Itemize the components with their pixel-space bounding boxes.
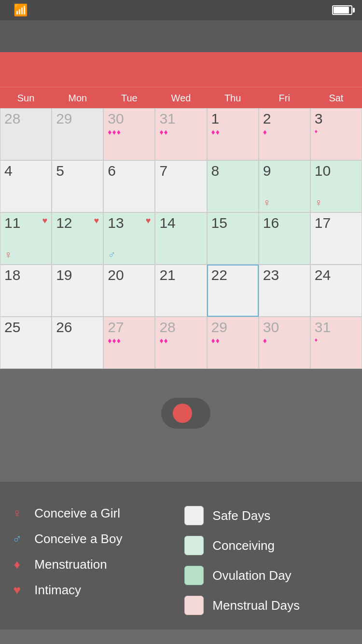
calendar-cell[interactable]: 28 — [0, 108, 52, 160]
conceiving-color-box — [184, 536, 204, 555]
heart-icon: ♥ — [146, 216, 151, 225]
legend-cell-item: Ovulation Day — [184, 566, 353, 585]
calendar-cell[interactable]: 8 — [207, 160, 259, 212]
cell-number: 30 — [108, 112, 151, 126]
cell-number: 29 — [211, 320, 254, 335]
baby-toggle-area[interactable] — [152, 398, 210, 429]
calendar-cell[interactable]: 10♀ — [310, 160, 362, 212]
calendar-cell[interactable]: 19 — [52, 265, 103, 317]
calendar-cell[interactable]: 30♦♦♦ — [103, 108, 155, 160]
calendar-cell[interactable]: 14 — [155, 212, 207, 265]
legend-cell-label: Ovulation Day — [212, 568, 291, 583]
drop-icon: ♦ — [263, 128, 267, 137]
calendar-cell[interactable]: 25 — [0, 317, 52, 369]
cell-number: 6 — [108, 164, 151, 178]
cell-drop-icons: ♦ — [315, 336, 358, 343]
calendar-cell[interactable]: 23 — [259, 265, 310, 317]
female-legend-icon: ♀ — [8, 506, 26, 521]
legend-icon-item: ♦Menstruation — [8, 557, 177, 572]
calendar-cell[interactable]: 16 — [259, 212, 310, 265]
legend-icon-label: Conceive a Girl — [34, 506, 120, 521]
cell-number: 11 — [4, 216, 47, 230]
drop-icon: ♦ — [315, 128, 318, 135]
calendar-cell[interactable]: 28♦♦ — [155, 317, 207, 369]
cell-drop-icons: ♦♦ — [159, 128, 202, 137]
calendar-cell[interactable]: 18 — [0, 265, 52, 317]
calendar-cell[interactable]: 29♦♦ — [207, 317, 259, 369]
cell-number: 16 — [263, 216, 306, 230]
calendar-cell[interactable]: 11♥♀ — [0, 212, 52, 265]
calendar-cell[interactable]: 4 — [0, 160, 52, 212]
cell-number: 22 — [211, 268, 254, 282]
drop-icon: ♦ — [117, 336, 121, 345]
female-icon: ♀ — [263, 196, 271, 209]
cell-drop-icons: ♦ — [315, 128, 358, 135]
calendar-cell[interactable]: 1♦♦ — [207, 108, 259, 160]
calendar-cell[interactable]: 2♦ — [259, 108, 310, 160]
cell-number: 13 — [108, 216, 151, 230]
drop-icon: ♦ — [159, 336, 163, 345]
drop-icon: ♦ — [211, 336, 215, 345]
cell-number: 19 — [56, 268, 99, 282]
cell-number: 15 — [211, 216, 254, 230]
calendar-cell[interactable]: 30♦ — [259, 317, 310, 369]
cell-number: 10 — [315, 164, 358, 178]
calendar-cell[interactable]: 31♦♦ — [155, 108, 207, 160]
cell-drop-icons: ♦♦♦ — [108, 128, 151, 137]
menstrual-color-box — [184, 596, 204, 615]
cell-drop-icons: ♦♦ — [159, 336, 202, 345]
cell-heart-row: ♥ — [94, 216, 99, 226]
drop-icon: ♦ — [108, 128, 111, 137]
calendar-cell[interactable]: 21 — [155, 265, 207, 317]
calendar-cell[interactable]: 6 — [103, 160, 155, 212]
wifi-icon: 📶 — [14, 3, 28, 17]
drop-icon: ♦ — [112, 128, 116, 137]
heart-icon: ♥ — [94, 216, 99, 225]
cell-number: 4 — [4, 164, 47, 178]
calendar-cell[interactable]: 17 — [310, 212, 362, 265]
status-bar: 📶 — [0, 0, 362, 20]
cell-number: 28 — [159, 320, 202, 335]
legend-cell-item: Menstrual Days — [184, 596, 353, 615]
baby-toggle-pill[interactable] — [161, 398, 210, 429]
calendar-cell[interactable]: 9♀ — [259, 160, 310, 212]
cell-number: 5 — [56, 164, 99, 178]
calendar-cell[interactable]: 24 — [310, 265, 362, 317]
calendar-grid: 282930♦♦♦31♦♦1♦♦2♦3♦456789♀10♀11♥♀12♥13♥… — [0, 108, 362, 369]
calendar-cell[interactable]: 20 — [103, 265, 155, 317]
heart-icon: ♥ — [42, 216, 47, 225]
cell-number: 18 — [4, 268, 47, 282]
calendar-header — [0, 52, 362, 87]
calendar-cell[interactable]: 31♦ — [310, 317, 362, 369]
cell-drop-icons: ♦ — [263, 336, 306, 345]
legend-cell-item: Safe Days — [184, 506, 353, 525]
heart-legend-icon: ♥ — [8, 583, 26, 598]
calendar-cell[interactable]: 3♦ — [310, 108, 362, 160]
drop-icon: ♦ — [159, 128, 163, 137]
cell-number: 28 — [4, 112, 47, 126]
calendar-cell[interactable]: 15 — [207, 212, 259, 265]
drop-icon: ♦ — [211, 128, 215, 137]
calendar-cell[interactable]: 13♥♂ — [103, 212, 155, 265]
battery-icon — [332, 5, 352, 15]
day-header: Fri — [259, 87, 310, 109]
calendar-cell[interactable]: 12♥ — [52, 212, 103, 265]
cell-number: 29 — [56, 112, 99, 126]
calendar-cell[interactable]: 7 — [155, 160, 207, 212]
cell-number: 26 — [56, 320, 99, 335]
cell-number: 27 — [108, 320, 151, 335]
calendar-cell[interactable]: 29 — [52, 108, 103, 160]
calendar-cell[interactable]: 27♦♦♦ — [103, 317, 155, 369]
cell-number: 7 — [159, 164, 202, 178]
safe-color-box — [184, 506, 204, 525]
calendar-cell[interactable]: 26 — [52, 317, 103, 369]
drop-icon: ♦ — [117, 128, 121, 137]
calendar-cell[interactable]: 5 — [52, 160, 103, 212]
toggle-dot — [173, 404, 192, 423]
cell-number: 24 — [315, 268, 358, 282]
legend-icon-label: Intimacy — [34, 583, 81, 598]
cell-number: 23 — [263, 268, 306, 282]
drop-icon: ♦ — [216, 128, 220, 137]
ovulation-color-box — [184, 566, 204, 585]
calendar-cell[interactable]: 22 — [207, 265, 259, 317]
